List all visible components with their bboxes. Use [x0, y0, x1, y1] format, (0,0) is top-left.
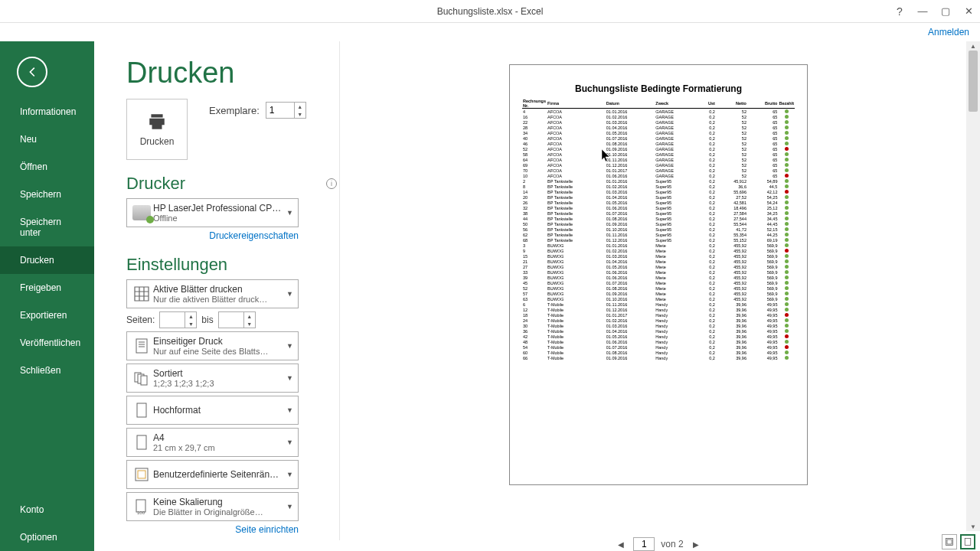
- table-row: 40AFCOA01.07.2016GARAGE0,25265: [522, 135, 795, 141]
- paper-size-dropdown[interactable]: A4 21 cm x 29,7 cm ▼: [126, 428, 299, 457]
- page-title: Drucken: [126, 57, 337, 90]
- table-row: 21BUWOG01.04.2016Miete0,2455,92569,9: [522, 259, 795, 264]
- back-button[interactable]: [17, 57, 47, 87]
- table-row: 33BUWOG01.06.2016Miete0,2455,92569,9: [522, 269, 795, 275]
- printer-status-icon: [131, 204, 152, 222]
- table-row: 58AFCOA01.10.2016GARAGE0,25265: [522, 152, 795, 157]
- table-row: 12T-Mobile01.12.2016Handy0,239,9649,95: [522, 307, 795, 312]
- nav-schließen[interactable]: Schließen: [0, 357, 94, 384]
- status-paid-icon: [785, 211, 789, 215]
- status-paid-icon: [785, 136, 789, 140]
- nav-informationen[interactable]: Informationen: [0, 98, 94, 126]
- status-unpaid-icon: [785, 334, 789, 338]
- pages-from-spinner[interactable]: ▲▼: [159, 311, 197, 328]
- scroll-up-button[interactable]: ▲: [966, 41, 980, 51]
- copies-up[interactable]: ▲: [295, 103, 305, 110]
- pages-to-input[interactable]: [219, 315, 243, 325]
- copies-spinner[interactable]: ▲▼: [266, 102, 306, 119]
- print-what-dropdown[interactable]: Aktive Blätter drucken Nur die aktiven B…: [126, 279, 299, 308]
- table-row: 26BP Tankstelle01.05.2016Super950,242,58…: [522, 200, 795, 205]
- nav-optionen[interactable]: Optionen: [0, 523, 94, 551]
- table-row: 52BUWOG01.08.2016Miete0,2455,92569,9: [522, 285, 795, 291]
- page-navigator: ◀ von 2 ▶: [615, 537, 701, 551]
- svg-rect-7: [137, 403, 146, 417]
- svg-text:100: 100: [137, 510, 145, 515]
- nav-freigeben[interactable]: Freigeben: [0, 274, 94, 302]
- column-header: Zweck: [655, 99, 697, 109]
- pages-to-spinner[interactable]: ▲▼: [218, 311, 256, 328]
- table-row: 28AFCOA01.04.2016GARAGE0,25265: [522, 125, 795, 130]
- minimize-button[interactable]: —: [911, 0, 934, 23]
- table-row: 18T-Mobile01.01.2017Handy0,239,9649,95: [522, 312, 795, 318]
- close-button[interactable]: ✕: [957, 0, 980, 23]
- scroll-thumb[interactable]: [969, 51, 978, 112]
- current-page-input[interactable]: [633, 537, 655, 551]
- pages-from-input[interactable]: [160, 315, 185, 325]
- nav-speichern-unter[interactable]: Speichern unter: [0, 208, 94, 246]
- status-paid-icon: [785, 201, 789, 204]
- table-row: 66T-Mobile01.09.2016Handy0,239,9649,95: [522, 355, 795, 360]
- signin-link[interactable]: Anmelden: [0, 23, 980, 41]
- table-row: 34AFCOA01.05.2016GARAGE0,25265: [522, 130, 795, 135]
- table-row: 54T-Mobile01.07.2016Handy0,239,9649,95: [522, 344, 795, 350]
- scaling-dropdown[interactable]: 100 Keine Skalierung Die Blätter in Orig…: [126, 492, 299, 521]
- status-paid-icon: [785, 142, 789, 145]
- margins-icon: [132, 465, 151, 484]
- prev-page-button[interactable]: ◀: [615, 539, 627, 550]
- orientation-dropdown[interactable]: Hochformat ▼: [126, 396, 299, 425]
- table-row: 60T-Mobile01.08.2016Handy0,239,9649,95: [522, 350, 795, 355]
- svg-rect-10: [138, 471, 145, 478]
- help-button[interactable]: ?: [888, 0, 911, 23]
- nav-speichern[interactable]: Speichern: [0, 181, 94, 208]
- vertical-scrollbar[interactable]: ▲ ▼: [966, 41, 980, 531]
- status-paid-icon: [785, 356, 789, 360]
- status-paid-icon: [785, 109, 789, 113]
- portrait-icon: [132, 401, 151, 419]
- column-header: Bezahlt: [778, 99, 795, 109]
- copies-input[interactable]: [266, 105, 294, 116]
- table-row: 48T-Mobile01.06.2016Handy0,239,9649,95: [522, 339, 795, 344]
- printer-dropdown[interactable]: HP LaserJet Professional CP… Offline ▼: [126, 198, 299, 227]
- nav-konto[interactable]: Konto: [0, 496, 94, 523]
- collate-icon: [132, 369, 151, 387]
- status-paid-icon: [785, 297, 789, 301]
- chevron-down-icon: ▼: [286, 439, 293, 446]
- status-paid-icon: [785, 126, 789, 129]
- nav-neu[interactable]: Neu: [0, 126, 94, 153]
- info-icon[interactable]: i: [326, 178, 337, 189]
- status-paid-icon: [785, 238, 789, 242]
- status-paid-icon: [785, 350, 789, 354]
- nav-veröffentlichen[interactable]: Veröffentlichen: [0, 329, 94, 357]
- table-row: 20BP Tankstelle01.04.2016Super950,227,52…: [522, 194, 795, 200]
- status-paid-icon: [785, 292, 789, 295]
- table-row: 50BP Tankstelle01.09.2016Super950,255,54…: [522, 221, 795, 227]
- margins-dropdown[interactable]: Benutzerdefinierte Seitenrän… ▼: [126, 460, 299, 489]
- status-paid-icon: [785, 308, 789, 311]
- next-page-button[interactable]: ▶: [690, 539, 702, 550]
- scroll-down-button[interactable]: ▼: [966, 522, 980, 531]
- preview-title: Buchungsliste Bedingte Formatierung: [522, 83, 795, 94]
- maximize-button[interactable]: ▢: [934, 0, 957, 23]
- chevron-down-icon: ▼: [286, 503, 293, 510]
- table-row: 2BP Tankstelle01.01.2016Super950,245,912…: [522, 178, 795, 184]
- status-paid-icon: [785, 318, 789, 322]
- chevron-down-icon: ▼: [286, 342, 293, 350]
- table-row: 24T-Mobile01.02.2016Handy0,239,9649,95: [522, 318, 795, 323]
- nav-drucken[interactable]: Drucken: [0, 246, 94, 274]
- printer-properties-link[interactable]: Druckereigenschaften: [126, 230, 299, 241]
- copies-down[interactable]: ▼: [295, 110, 305, 118]
- status-paid-icon: [785, 206, 789, 210]
- nav-öffnen[interactable]: Öffnen: [0, 153, 94, 181]
- print-button[interactable]: Drucken: [126, 99, 188, 160]
- table-row: 64AFCOA01.11.2016GARAGE0,25265: [522, 157, 795, 162]
- page-setup-link[interactable]: Seite einrichten: [126, 524, 299, 535]
- sides-dropdown[interactable]: Einseitiger Druck Nur auf eine Seite des…: [126, 331, 299, 360]
- table-row: 57BUWOG01.09.2016Miete0,2455,92569,9: [522, 291, 795, 296]
- zoom-to-page-button[interactable]: [960, 534, 975, 549]
- status-unpaid-icon: [785, 313, 789, 317]
- collate-dropdown[interactable]: Sortiert 1;2;3 1;2;3 1;2;3 ▼: [126, 364, 299, 393]
- nav-exportieren[interactable]: Exportieren: [0, 302, 94, 329]
- show-margins-button[interactable]: [942, 534, 957, 549]
- status-paid-icon: [785, 195, 789, 199]
- table-row: 14BP Tankstelle01.03.2016Super950,255,69…: [522, 189, 795, 194]
